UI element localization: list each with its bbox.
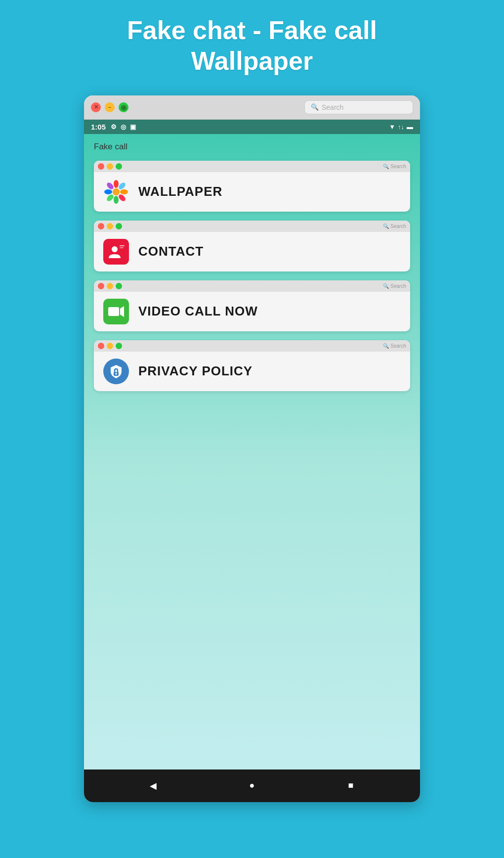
video-svg <box>106 301 126 322</box>
svg-point-1 <box>114 180 119 188</box>
privacy-card[interactable]: 🔍 Search <box>94 340 410 391</box>
title-line2: Wallpaper <box>127 45 377 76</box>
section-label: Fake call <box>94 142 410 152</box>
card-close-contact[interactable] <box>98 223 104 229</box>
status-bar: 1:05 ⚙ ◎ ▣ ▼ ↑↓ ▬ <box>84 120 420 134</box>
minimize-button[interactable]: − <box>105 102 115 112</box>
privacy-svg <box>106 361 126 382</box>
maximize-button[interactable]: ◉ <box>119 102 128 112</box>
svg-point-8 <box>106 193 115 202</box>
privacy-icon-outer <box>102 357 130 386</box>
card-body-contact: CONTACT <box>94 232 410 271</box>
svg-point-6 <box>118 193 126 202</box>
card-search-text-privacy: Search <box>390 343 406 349</box>
svg-point-3 <box>104 189 112 194</box>
signal-icon: ↑↓ <box>398 123 404 131</box>
card-search-icon-video: 🔍 <box>383 283 389 289</box>
wifi-icon: ▼ <box>389 123 395 131</box>
svg-point-5 <box>106 181 115 190</box>
svg-point-4 <box>120 189 128 194</box>
wallpaper-label: WALLPAPER <box>138 184 222 199</box>
card-search-icon-wallpaper: 🔍 <box>383 164 389 169</box>
svg-point-9 <box>113 188 120 195</box>
location-icon: ◎ <box>121 123 126 131</box>
status-icons: ⚙ ◎ ▣ <box>111 123 136 131</box>
status-right: ▼ ↑↓ ▬ <box>389 123 413 131</box>
back-button[interactable]: ◀ <box>146 778 161 793</box>
search-placeholder: Search <box>322 103 343 111</box>
card-titlebar-privacy: 🔍 Search <box>94 340 410 352</box>
card-min-privacy[interactable] <box>107 343 113 349</box>
status-time: 1:05 <box>91 123 106 131</box>
svg-rect-11 <box>120 245 125 246</box>
svg-rect-20 <box>116 373 117 375</box>
card-close-privacy[interactable] <box>98 343 104 349</box>
storage-icon: ▣ <box>130 123 136 131</box>
contact-svg <box>106 241 126 262</box>
privacy-label: PRIVACY POLICY <box>138 363 252 379</box>
nav-bar: ◀ ● ■ <box>84 769 420 802</box>
wallpaper-icon-wrap <box>102 178 130 206</box>
title-bar: ✕ − ◉ 🔍 Search <box>84 95 420 120</box>
wallpaper-card[interactable]: 🔍 Search <box>94 161 410 212</box>
card-body-video: VIDEO CALL NOW <box>94 292 410 331</box>
settings-icon: ⚙ <box>111 123 117 131</box>
video-icon-wrap <box>102 297 130 326</box>
card-min-contact[interactable] <box>107 223 113 229</box>
phone-screen: 1:05 ⚙ ◎ ▣ ▼ ↑↓ ▬ Fake call <box>84 120 420 802</box>
card-search-text-video: Search <box>390 283 406 289</box>
video-call-card[interactable]: 🔍 Search <box>94 280 410 331</box>
home-button[interactable]: ● <box>245 778 259 793</box>
card-body-privacy: PRIVACY POLICY <box>94 352 410 391</box>
privacy-icon <box>103 359 129 384</box>
card-search-icon-contact: 🔍 <box>383 224 389 229</box>
title-line1: Fake chat - Fake call <box>127 15 377 45</box>
recent-button[interactable]: ■ <box>343 778 358 793</box>
svg-rect-15 <box>108 307 119 316</box>
window-frame: ✕ − ◉ 🔍 Search 1:05 ⚙ ◎ ▣ ▼ ↑↓ ▬ <box>84 95 420 802</box>
card-body-wallpaper: WALLPAPER <box>94 172 410 212</box>
card-search-contact[interactable]: 🔍 Search <box>383 224 406 229</box>
video-icon <box>103 299 129 324</box>
card-search-video[interactable]: 🔍 Search <box>383 283 406 289</box>
card-search-icon-privacy: 🔍 <box>383 343 389 349</box>
contact-icon <box>103 239 129 265</box>
svg-rect-12 <box>120 247 124 248</box>
battery-icon: ▬ <box>407 123 413 131</box>
svg-point-13 <box>112 246 118 252</box>
card-max-privacy[interactable] <box>116 343 122 349</box>
card-search-privacy[interactable]: 🔍 Search <box>383 343 406 349</box>
contact-card[interactable]: 🔍 Search <box>94 221 410 271</box>
svg-point-2 <box>114 196 119 204</box>
video-call-label: VIDEO CALL NOW <box>138 304 258 319</box>
card-search-text-wallpaper: Search <box>390 164 406 169</box>
card-close-wallpaper[interactable] <box>98 163 104 170</box>
card-titlebar-video: 🔍 Search <box>94 280 410 292</box>
page-title: Fake chat - Fake call Wallpaper <box>127 15 377 77</box>
screen-content: Fake call 🔍 Search <box>84 134 420 769</box>
search-icon: 🔍 <box>311 103 319 111</box>
card-max-video[interactable] <box>116 283 122 289</box>
card-min-video[interactable] <box>107 283 113 289</box>
card-titlebar-contact: 🔍 Search <box>94 221 410 232</box>
svg-point-7 <box>118 181 126 190</box>
card-close-video[interactable] <box>98 283 104 289</box>
card-min-wallpaper[interactable] <box>107 163 113 170</box>
contact-icon-wrap <box>102 237 130 266</box>
card-max-wallpaper[interactable] <box>116 163 122 170</box>
close-button[interactable]: ✕ <box>91 102 101 112</box>
card-titlebar-wallpaper: 🔍 Search <box>94 161 410 172</box>
search-bar[interactable]: 🔍 Search <box>304 100 413 114</box>
card-max-contact[interactable] <box>116 223 122 229</box>
wallpaper-icon <box>103 179 129 205</box>
card-search-wallpaper[interactable]: 🔍 Search <box>383 164 406 169</box>
card-search-text-contact: Search <box>390 224 406 229</box>
contact-label: CONTACT <box>138 244 204 259</box>
